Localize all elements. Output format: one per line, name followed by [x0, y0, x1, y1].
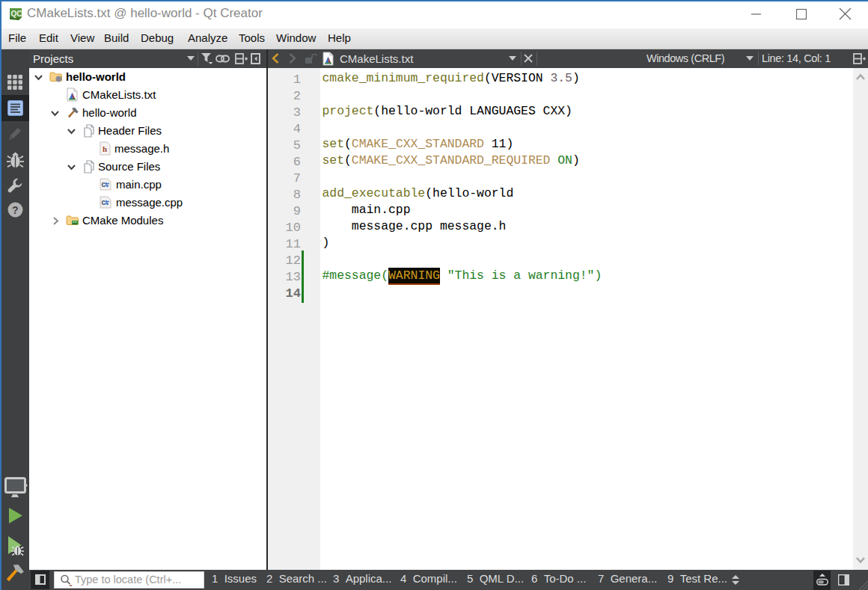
svg-text:h: h — [103, 144, 107, 153]
svg-text:c: c — [102, 198, 106, 206]
svg-text:?: ? — [12, 204, 19, 216]
svg-text:QC: QC — [11, 10, 22, 18]
svg-text:c: c — [102, 180, 106, 188]
